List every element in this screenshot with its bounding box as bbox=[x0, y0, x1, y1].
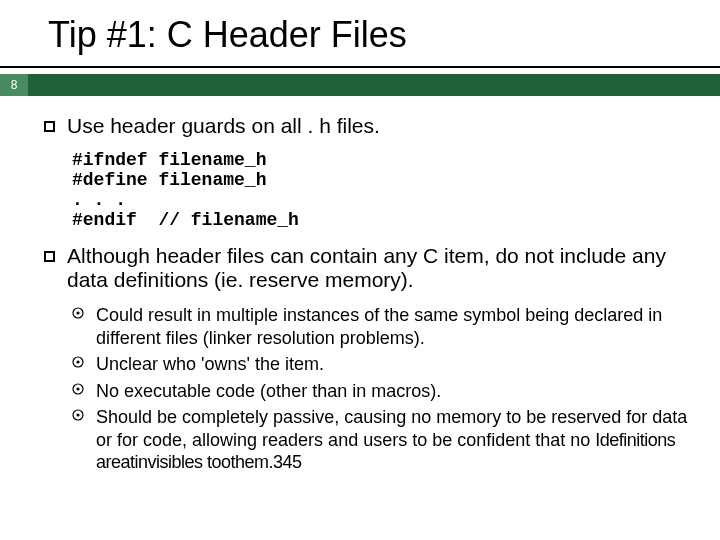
svg-point-1 bbox=[76, 311, 79, 314]
svg-point-3 bbox=[76, 360, 79, 363]
sub-bullet-text: No executable code (other than in macros… bbox=[96, 380, 441, 403]
bullet-item: Use header guards on all . h files. bbox=[44, 114, 692, 138]
sub-bullet-text: Unclear who 'owns' the item. bbox=[96, 353, 324, 376]
sub-bullet-item: Should be completely passive, causing no… bbox=[72, 406, 692, 474]
circle-dot-icon bbox=[72, 383, 84, 403]
bullet-text: Although header files can contain any C … bbox=[67, 244, 692, 292]
circle-dot-icon bbox=[72, 307, 84, 349]
circle-dot-icon bbox=[72, 409, 84, 474]
sub-bullet-text: Should be completely passive, causing no… bbox=[96, 406, 692, 474]
circle-dot-icon bbox=[72, 356, 84, 376]
square-bullet-icon bbox=[44, 121, 55, 132]
sub-bullet-item: Unclear who 'owns' the item. bbox=[72, 353, 692, 376]
svg-point-7 bbox=[76, 413, 79, 416]
svg-point-5 bbox=[76, 387, 79, 390]
page-number-badge: 8 bbox=[0, 74, 28, 96]
slide-content: Use header guards on all . h files. #ifn… bbox=[0, 96, 720, 474]
sub-bullet-list: Could result in multiple instances of th… bbox=[44, 304, 692, 474]
sub-bullet-text: Could result in multiple instances of th… bbox=[96, 304, 692, 349]
bullet-text: Use header guards on all . h files. bbox=[67, 114, 380, 138]
sub-bullet-item: No executable code (other than in macros… bbox=[72, 380, 692, 403]
slide-title: Tip #1: C Header Files bbox=[0, 0, 720, 66]
square-bullet-icon bbox=[44, 251, 55, 262]
code-block: #ifndef filename_h #define filename_h . … bbox=[44, 150, 692, 230]
page-bar: 8 bbox=[0, 74, 720, 96]
sub-bullet-item: Could result in multiple instances of th… bbox=[72, 304, 692, 349]
bullet-item: Although header files can contain any C … bbox=[44, 244, 692, 292]
